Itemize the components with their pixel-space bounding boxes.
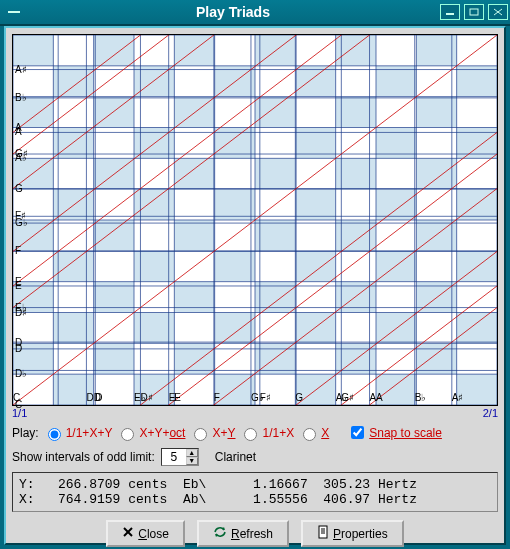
properties-button[interactable]: Properties — [301, 520, 404, 547]
svg-rect-60 — [376, 313, 416, 344]
coordinate-readout: Y: 266.8709 cents Eb\ 1.16667 305.23 Her… — [12, 472, 498, 512]
odd-limit-spinner[interactable]: ▲ ▼ — [161, 448, 199, 466]
svg-rect-64 — [376, 66, 416, 97]
svg-rect-56 — [336, 158, 376, 189]
snap-to-scale[interactable]: Snap to scale — [347, 423, 442, 442]
svg-rect-2 — [470, 9, 478, 15]
svg-rect-38 — [215, 189, 255, 220]
svg-rect-70 — [416, 35, 456, 66]
snap-checkbox[interactable] — [351, 426, 364, 439]
svg-rect-48 — [295, 313, 335, 344]
spinner-down-icon[interactable]: ▼ — [186, 457, 198, 465]
svg-rect-144 — [319, 526, 327, 538]
svg-rect-65 — [416, 343, 456, 374]
play-opt-4[interactable]: 1/1+X — [239, 425, 294, 441]
svg-rect-52 — [295, 66, 335, 97]
play-options-row: Play: 1/1+X+Y X+Y+oct X+Y 1/1+X X Snap t… — [12, 423, 498, 442]
svg-rect-44 — [255, 158, 295, 189]
svg-rect-13 — [53, 251, 93, 282]
svg-rect-28 — [134, 66, 174, 97]
triad-plot[interactable]: CD♭DDD♯E♭EEFG♭F♯GA♭G♯AAB♭A♯ CDDDE♭D♯EEFG… — [12, 34, 498, 406]
svg-rect-24 — [134, 313, 174, 344]
minimize-button[interactable] — [440, 4, 460, 20]
svg-rect-0 — [8, 11, 20, 13]
play-opt-2[interactable]: X+Y+oct — [116, 425, 185, 441]
play-opt-5[interactable]: X — [298, 425, 329, 441]
svg-rect-76 — [457, 66, 497, 97]
svg-rect-33 — [174, 97, 214, 128]
properties-icon — [317, 525, 329, 542]
svg-rect-58 — [336, 35, 376, 66]
svg-rect-26 — [134, 189, 174, 220]
svg-rect-46 — [255, 35, 295, 66]
plot-range-labels: 1/1 2/1 — [12, 407, 498, 419]
svg-rect-1 — [446, 13, 454, 15]
play-opt-1-radio[interactable] — [48, 428, 61, 441]
svg-rect-50 — [295, 189, 335, 220]
odd-limit-label: Show intervals of odd limit: — [12, 450, 155, 464]
svg-rect-37 — [215, 251, 255, 282]
play-opt-1[interactable]: 1/1+X+Y — [43, 425, 113, 441]
play-opt-3[interactable]: X+Y — [189, 425, 235, 441]
odd-limit-input[interactable] — [162, 449, 186, 465]
close-button[interactable]: CCloselose — [106, 520, 185, 547]
dialog-buttons: CCloselose Refresh Properties — [12, 520, 498, 547]
odd-limit-row: Show intervals of odd limit: ▲ ▼ Clarine… — [12, 448, 498, 466]
svg-rect-16 — [53, 66, 93, 97]
svg-rect-45 — [255, 97, 295, 128]
svg-rect-17 — [94, 343, 134, 374]
play-opt-2-radio[interactable] — [121, 428, 134, 441]
svg-rect-41 — [255, 343, 295, 374]
svg-rect-21 — [94, 97, 134, 128]
svg-rect-62 — [376, 189, 416, 220]
refresh-icon — [213, 526, 227, 541]
svg-rect-74 — [457, 189, 497, 220]
svg-rect-34 — [174, 35, 214, 66]
svg-rect-31 — [174, 220, 214, 251]
svg-rect-68 — [416, 158, 456, 189]
spinner-up-icon[interactable]: ▲ — [186, 449, 198, 457]
svg-rect-72 — [457, 313, 497, 344]
svg-rect-20 — [94, 158, 134, 189]
svg-rect-19 — [94, 220, 134, 251]
instrument-label: Clarinet — [215, 450, 256, 464]
svg-rect-14 — [53, 189, 93, 220]
svg-rect-22 — [94, 35, 134, 66]
play-opt-5-radio[interactable] — [303, 428, 316, 441]
svg-rect-29 — [174, 343, 214, 374]
svg-rect-25 — [134, 251, 174, 282]
svg-rect-69 — [416, 97, 456, 128]
window: Play Triads CD♭DDD♯E♭EEFG♭F♯GA♭G♯AAB♭A♯ … — [0, 0, 510, 549]
x-range-right: 2/1 — [483, 407, 498, 419]
svg-rect-55 — [336, 220, 376, 251]
svg-rect-57 — [336, 97, 376, 128]
svg-rect-67 — [416, 220, 456, 251]
svg-rect-49 — [295, 251, 335, 282]
svg-rect-73 — [457, 251, 497, 282]
svg-rect-61 — [376, 251, 416, 282]
title-bar: Play Triads — [0, 0, 510, 26]
client-area: CD♭DDD♯E♭EEFG♭F♯GA♭G♯AAB♭A♯ CDDDE♭D♯EEFG… — [4, 26, 506, 545]
svg-rect-12 — [53, 313, 93, 344]
svg-rect-35 — [215, 374, 255, 405]
refresh-button[interactable]: Refresh — [197, 520, 289, 547]
app-menu-icon[interactable] — [4, 2, 24, 22]
window-title: Play Triads — [28, 4, 438, 20]
svg-rect-43 — [255, 220, 295, 251]
close-window-button[interactable] — [488, 4, 508, 20]
close-icon — [122, 526, 134, 541]
svg-rect-10 — [13, 35, 53, 66]
play-opt-4-radio[interactable] — [244, 428, 257, 441]
svg-rect-53 — [336, 343, 376, 374]
play-label: Play: — [12, 426, 39, 440]
svg-rect-36 — [215, 313, 255, 344]
svg-rect-40 — [215, 66, 255, 97]
svg-rect-32 — [174, 158, 214, 189]
maximize-button[interactable] — [464, 4, 484, 20]
play-opt-3-radio[interactable] — [194, 428, 207, 441]
plot-canvas[interactable] — [13, 35, 497, 405]
